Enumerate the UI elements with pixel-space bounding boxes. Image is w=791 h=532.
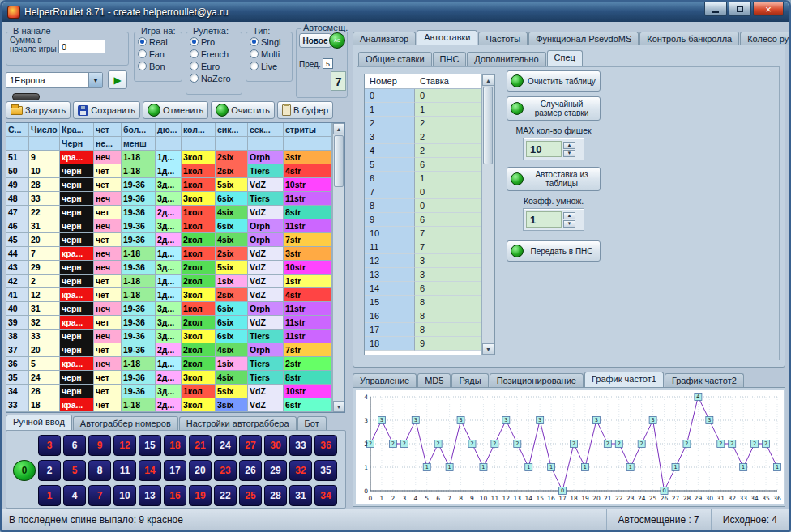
history-row-50[interactable]: 5010чернчет1-181д...1кол2sixTiers4str xyxy=(6,164,332,178)
history-row-48[interactable]: 4833черннеч19-363д...3кол6sixTiers11str xyxy=(6,192,332,206)
sub-tab-2[interactable]: Дополнительно xyxy=(467,52,545,66)
chevron-down-icon[interactable]: ▼ xyxy=(88,73,102,87)
scroll-down-icon[interactable]: ▼ xyxy=(482,343,494,355)
start-sum-input[interactable] xyxy=(58,40,105,53)
input-tab-0[interactable]: Ручной ввод xyxy=(6,415,72,430)
num-cell-12[interactable]: 12 xyxy=(113,435,136,456)
num-cell-13[interactable]: 13 xyxy=(139,485,161,506)
num-cell-32[interactable]: 32 xyxy=(289,460,312,481)
num-cell-17[interactable]: 17 xyxy=(164,460,186,481)
new-autoshift-button[interactable]: Новое xyxy=(299,33,331,48)
stake-row-11[interactable]: 117 xyxy=(365,240,483,254)
num-cell-25[interactable]: 25 xyxy=(239,485,262,506)
stake-row-3[interactable]: 32 xyxy=(365,130,483,144)
history-row-33[interactable]: 3318кра...чет1-182д...3кол3sixVdZ6str xyxy=(6,398,332,412)
num-cell-26[interactable]: 26 xyxy=(239,460,262,481)
stake-row-10[interactable]: 107 xyxy=(365,227,483,240)
save-button[interactable]: Сохранить xyxy=(73,101,140,119)
history-row-34[interactable]: 3428чернчет19-363д...1кол5sixVdZ10str xyxy=(6,385,332,398)
num-cell-1[interactable]: 1 xyxy=(38,485,61,506)
num-cell-8[interactable]: 8 xyxy=(88,460,111,481)
transfer-pns-button[interactable]: Передать в ПНС xyxy=(507,240,601,262)
stake-row-14[interactable]: 146 xyxy=(365,282,483,296)
stake-row-4[interactable]: 42 xyxy=(365,144,483,158)
history-scrollbar[interactable]: ▲ ▼ xyxy=(332,123,344,412)
max-chips-value[interactable]: 10 xyxy=(526,141,562,157)
history-row-46[interactable]: 4631черннеч19-363д...1кол6sixOrph11str xyxy=(6,219,332,233)
num-cell-31[interactable]: 31 xyxy=(289,485,312,506)
main-tab-5[interactable]: Колесо ру xyxy=(740,32,789,45)
num-cell-3[interactable]: 3 xyxy=(38,435,61,456)
chart-tab-3[interactable]: Позиционирование xyxy=(490,373,584,387)
history-row-35[interactable]: 3524чернчет19-362д...3кол4sixTiers8str xyxy=(6,371,332,385)
radio-euro[interactable]: Euro xyxy=(190,60,241,72)
num-cell-24[interactable]: 24 xyxy=(214,435,237,456)
stake-row-8[interactable]: 80 xyxy=(365,199,483,213)
main-tab-3[interactable]: Функционал PsevdoMS xyxy=(528,32,639,45)
stake-row-17[interactable]: 178 xyxy=(365,323,483,337)
main-tab-4[interactable]: Контроль банкролла xyxy=(639,32,739,45)
chart-tab-0[interactable]: Управление xyxy=(353,373,417,387)
num-cell-4[interactable]: 4 xyxy=(63,485,86,506)
num-cell-22[interactable]: 22 xyxy=(214,485,237,506)
chart-tab-5[interactable]: График частот2 xyxy=(665,373,744,387)
stake-row-2[interactable]: 22 xyxy=(365,117,483,130)
num-cell-0[interactable]: 0 xyxy=(13,460,36,481)
max-chips-stepper[interactable]: 10 ▲ ▼ xyxy=(523,138,584,160)
radio-multi[interactable]: Multi xyxy=(250,48,291,60)
multiplier-value[interactable]: 1 xyxy=(526,211,562,228)
num-cell-14[interactable]: 14 xyxy=(139,460,161,481)
stake-row-0[interactable]: 00 xyxy=(365,89,483,103)
input-tab-1[interactable]: Автограббер номеров xyxy=(73,416,178,430)
random-stake-button[interactable]: Случайный размер ставки xyxy=(507,96,601,121)
stepper-down-icon[interactable]: ▼ xyxy=(563,150,575,157)
radio-french[interactable]: French xyxy=(190,48,241,60)
num-cell-11[interactable]: 11 xyxy=(113,460,136,481)
main-tab-0[interactable]: Анализатор xyxy=(353,32,416,45)
history-row-41[interactable]: 4112кра...чет1-181д...3кол2sixVdZ4str xyxy=(6,288,332,302)
num-cell-27[interactable]: 27 xyxy=(239,435,262,456)
num-cell-19[interactable]: 19 xyxy=(189,485,212,506)
num-cell-30[interactable]: 30 xyxy=(264,435,287,456)
input-tab-2[interactable]: Настройки автограббера xyxy=(179,416,297,430)
stake-row-5[interactable]: 56 xyxy=(365,158,483,172)
maximize-button[interactable] xyxy=(729,2,751,16)
num-cell-5[interactable]: 5 xyxy=(63,460,86,481)
num-cell-28[interactable]: 28 xyxy=(264,485,287,506)
history-row-51[interactable]: 519кра...неч1-181д...3кол2sixOrph3str xyxy=(6,151,332,164)
collapse-button[interactable] xyxy=(12,93,40,100)
stake-row-16[interactable]: 168 xyxy=(365,309,483,323)
num-cell-10[interactable]: 10 xyxy=(113,485,136,506)
scroll-up-icon[interactable]: ▲ xyxy=(482,74,494,86)
sub-tab-1[interactable]: ПНС xyxy=(433,52,467,66)
stepper-up-icon[interactable]: ▲ xyxy=(563,142,575,149)
history-row-37[interactable]: 3720чернчет19-362д...2кол4sixOrph7str xyxy=(6,343,332,357)
stake-row-6[interactable]: 61 xyxy=(365,172,483,185)
copy-to-buffer-button[interactable]: В буфер xyxy=(277,101,333,119)
history-row-40[interactable]: 4031черннеч19-363д...1кол6sixOrph11str xyxy=(6,302,332,316)
history-row-43[interactable]: 4329черннеч19-363д...2кол5sixVdZ10str xyxy=(6,261,332,275)
history-row-44[interactable]: 447кра...неч1-181д...1кол2sixVdZ3str xyxy=(6,247,332,261)
num-cell-34[interactable]: 34 xyxy=(314,485,337,506)
autostake-button[interactable]: Автоставка из таблицы xyxy=(507,167,601,191)
autoshift-icon[interactable] xyxy=(329,32,345,49)
radio-pro[interactable]: Pro xyxy=(190,36,241,48)
radio-bon[interactable]: Bon xyxy=(138,60,181,72)
close-button[interactable]: × xyxy=(753,2,784,16)
radio-real[interactable]: Real xyxy=(138,36,181,48)
sub-tab-0[interactable]: Общие ставки xyxy=(358,52,432,66)
chart-tab-4[interactable]: График частот1 xyxy=(584,372,664,387)
multiplier-stepper[interactable]: 1 ▲ ▼ xyxy=(523,208,584,231)
stake-row-12[interactable]: 123 xyxy=(365,254,483,268)
minimize-button[interactable] xyxy=(704,2,727,16)
input-tab-3[interactable]: Бот xyxy=(297,416,327,430)
stepper-down-icon[interactable]: ▼ xyxy=(563,220,575,228)
num-cell-9[interactable]: 9 xyxy=(88,435,111,456)
radio-fan[interactable]: Fan xyxy=(138,48,181,60)
history-row-42[interactable]: 422чернчет1-181д...2кол1sixVdZ1str xyxy=(6,275,332,288)
main-tab-1[interactable]: Автоставки xyxy=(417,30,477,45)
history-row-36[interactable]: 365кра...неч1-181д...2кол1sixTiers2str xyxy=(6,357,332,371)
stake-row-13[interactable]: 133 xyxy=(365,268,483,282)
stake-row-7[interactable]: 70 xyxy=(365,185,483,199)
history-row-45[interactable]: 4520чернчет19-362д...2кол4sixOrph7str xyxy=(6,233,332,247)
